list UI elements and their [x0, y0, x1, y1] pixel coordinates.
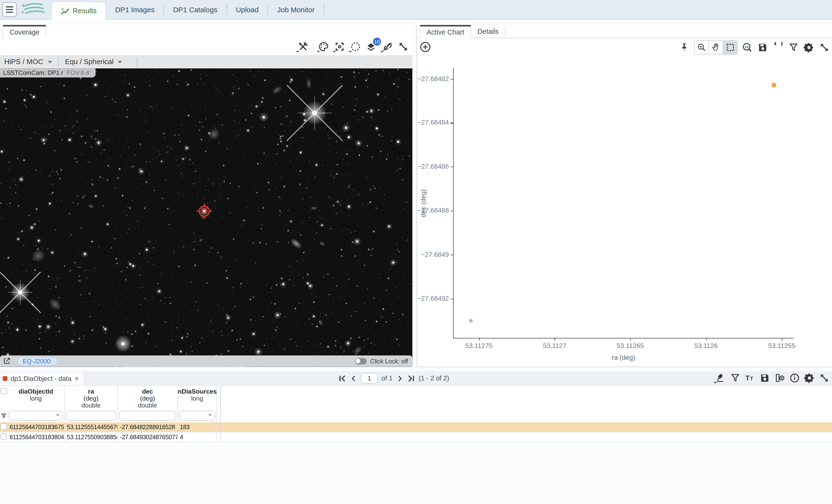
- filter-input-nDiaSources[interactable]: [179, 410, 215, 421]
- cell-dec: -27.684930248765077: [118, 432, 178, 442]
- table-row[interactable]: 611256447031838045 53.11275509038854 -27…: [0, 432, 832, 443]
- close-icon[interactable]: ×: [75, 375, 79, 382]
- tab-details[interactable]: Details: [471, 26, 505, 38]
- page-count-label: of 1: [382, 375, 392, 382]
- external-link-icon[interactable]: [3, 357, 10, 365]
- cell-diaObjectId: 611256447031836758: [7, 422, 65, 432]
- row-gutter: [0, 422, 7, 432]
- x-tick: [479, 338, 479, 341]
- projection-dropdown[interactable]: Equ / Spherical: [65, 58, 122, 66]
- x-tick: [554, 338, 555, 341]
- data-point-objects: [469, 319, 473, 323]
- x-tick: [706, 338, 707, 341]
- spacer-column: [217, 422, 220, 432]
- y-tick: [450, 255, 453, 255]
- recenter-button[interactable]: [334, 41, 345, 52]
- last-page-button[interactable]: [407, 374, 415, 382]
- tab-label: Details: [477, 28, 499, 35]
- click-lock-toggle[interactable]: [355, 358, 367, 364]
- table-tab[interactable]: dp1.DiaObject - data ×: [0, 372, 83, 385]
- table-filter-button[interactable]: [729, 372, 740, 383]
- y-axis-line: [453, 68, 454, 338]
- options-divider: [137, 57, 137, 67]
- toggle-knob: [356, 359, 360, 363]
- filter-input-diaObjectId[interactable]: [8, 410, 63, 421]
- image-tools-button[interactable]: [297, 41, 309, 52]
- first-page-button[interactable]: [338, 374, 346, 382]
- dropdown-caret-icon: [296, 51, 299, 54]
- x-axis-title: ra (deg): [602, 354, 645, 361]
- details-microscope-button[interactable]: [715, 372, 726, 383]
- filter-input-ra[interactable]: [66, 410, 116, 421]
- tab-label: Coverage: [9, 28, 40, 36]
- select-region-button[interactable]: [350, 41, 362, 52]
- coord-readout[interactable]: EQ-J2000:: [18, 357, 57, 365]
- x-tick: [630, 338, 631, 341]
- column-header-diaObjectId[interactable]: diaObjectId long: [7, 386, 65, 409]
- table-info-button[interactable]: [789, 372, 800, 383]
- filter-icon: [0, 413, 7, 419]
- expand-table-button[interactable]: [819, 372, 830, 383]
- coverage-panel: Coverage: [0, 25, 412, 367]
- table-color-dot: [3, 376, 7, 381]
- table-pagination: of 1 (1 - 2 of 2): [338, 371, 449, 385]
- tab-results[interactable]: Results: [51, 2, 106, 20]
- cell-ra: 53.11275509038854: [65, 432, 118, 442]
- tab-coverage[interactable]: Coverage: [3, 25, 46, 38]
- select-all-checkbox[interactable]: [0, 388, 7, 394]
- results-sparkline-icon: [60, 7, 70, 15]
- text-view-button[interactable]: T T: [745, 372, 755, 383]
- tab-active-chart[interactable]: Active Chart: [420, 25, 471, 38]
- x-tick: [782, 338, 782, 341]
- y-tick-label: −27.6849: [408, 251, 449, 258]
- y-axis-title: dec (deg): [420, 182, 427, 224]
- expand-panel-button[interactable]: [397, 41, 409, 52]
- column-header-ra[interactable]: ra (deg) double: [65, 386, 118, 409]
- table-action-icons: T T: [715, 372, 830, 383]
- row-checkbox[interactable]: [0, 423, 7, 430]
- unlink-button[interactable]: [382, 41, 393, 52]
- next-page-button[interactable]: [396, 374, 403, 382]
- image-status-bar: EQ-J2000: Click Lock: off: [0, 355, 412, 367]
- data-point-selected-object: [772, 83, 776, 87]
- y-tick-label: −27.68492: [408, 295, 449, 302]
- spacer-column: [217, 432, 220, 442]
- toolbar-divider: [313, 42, 313, 51]
- add-column-button[interactable]: [774, 372, 785, 383]
- save-table-button[interactable]: [759, 372, 770, 383]
- click-lock-label: Click Lock: off: [370, 358, 408, 364]
- chart-panel: Active Chart Details: [416, 25, 832, 367]
- hips-moc-label: HiPS / MOC: [4, 58, 44, 66]
- scatter-plot[interactable]: −27.68482−27.68484−27.68486−27.68488−27.…: [417, 38, 832, 367]
- table-tab-label: dp1.DiaObject - data: [10, 375, 71, 382]
- tab-upload[interactable]: Upload: [227, 0, 268, 19]
- table-settings-button[interactable]: [804, 372, 815, 383]
- menu-button[interactable]: [2, 2, 17, 17]
- table-row[interactable]: 611256447031836758 53.11255514455679 -27…: [0, 422, 832, 432]
- hips-moc-dropdown[interactable]: HiPS / MOC: [4, 58, 52, 66]
- header-gutter: [0, 386, 7, 409]
- sky-image-viewport[interactable]: LSSTComCam: DP1 r FOV:6.6' EQ-J2000:: [0, 69, 412, 367]
- coverage-tab-strip: Coverage: [0, 25, 412, 38]
- filter-input-dec[interactable]: [119, 410, 176, 421]
- chart-tab-strip: Active Chart Details: [417, 25, 832, 38]
- color-palette-button[interactable]: [318, 41, 330, 52]
- filter-cell: [65, 409, 118, 422]
- column-header-dec[interactable]: dec (deg) double: [118, 386, 178, 409]
- row-checkbox[interactable]: [0, 433, 7, 440]
- x-tick-label: 53.11255: [760, 342, 803, 350]
- tab-label: Active Chart: [426, 28, 464, 36]
- tab-dp1-catalogs[interactable]: DP1 Catalogs: [164, 0, 226, 19]
- page-number-input[interactable]: [361, 373, 378, 383]
- tab-job-monitor[interactable]: Job Monitor: [268, 0, 323, 19]
- y-tick-label: −27.68486: [408, 163, 449, 170]
- tab-divider: [323, 4, 324, 15]
- cell-nDiaSources: 183: [178, 422, 217, 432]
- tab-label: Upload: [236, 5, 259, 14]
- column-header-nDiaSources[interactable]: nDiaSources long: [178, 386, 217, 409]
- layers-button[interactable]: 10: [366, 41, 378, 52]
- tab-label: DP1 Catalogs: [173, 5, 217, 14]
- tab-dp1-images[interactable]: DP1 Images: [106, 0, 163, 19]
- prev-page-button[interactable]: [350, 374, 357, 382]
- dropdown-caret-icon: [381, 51, 384, 54]
